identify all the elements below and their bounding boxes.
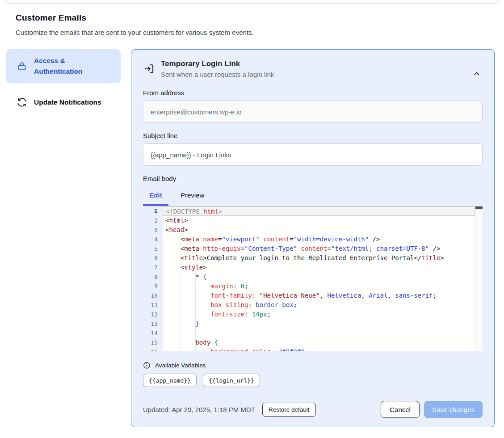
email-body-label: Email body	[143, 175, 483, 182]
line-number: 1	[143, 206, 163, 216]
sidebar-item-access-authentication[interactable]: Access & Authentication	[6, 49, 121, 83]
card-header-text: Temporary Login Link Sent when a user re…	[161, 59, 274, 78]
tab-preview[interactable]: Preview	[168, 191, 215, 206]
variable-chip-app-name[interactable]: {{app_name}}	[143, 374, 197, 387]
info-icon	[143, 362, 151, 369]
line-number: 7	[143, 263, 163, 272]
code-line[interactable]: <!DOCTYPE html>	[163, 206, 475, 216]
code-line[interactable]: * {	[163, 272, 483, 282]
line-number: 5	[143, 244, 163, 253]
template-title: Temporary Login Link	[161, 59, 274, 68]
code-line[interactable]: <meta name="viewport" content="width=dev…	[163, 235, 483, 244]
previous-card-edge	[4, 0, 500, 4]
subject-line-input[interactable]	[143, 143, 483, 166]
code-line[interactable]	[163, 328, 483, 338]
code-line[interactable]: }	[163, 319, 483, 328]
page-title: Customer Emails	[16, 13, 418, 23]
code-line[interactable]: <style>	[163, 263, 483, 272]
line-number: 8	[143, 272, 163, 282]
line-number: 15	[143, 338, 163, 347]
page-header: Customer Emails Customize the emails tha…	[16, 13, 418, 36]
email-template-card: Temporary Login Link Sent when a user re…	[131, 49, 495, 427]
line-number: 9	[143, 282, 163, 291]
code-line[interactable]: <meta http-equiv="Content-Type" content=…	[163, 244, 483, 253]
line-number: 13	[143, 319, 163, 328]
sidebar-item-update-notifications[interactable]: Update Notifications	[6, 91, 121, 114]
code-line[interactable]: margin: 0;	[163, 282, 483, 291]
indent-guide	[195, 272, 196, 351]
code-line[interactable]: <html>	[163, 216, 483, 225]
code-editor[interactable]: 12345678910111213141516 <!DOCTYPE html><…	[143, 206, 483, 351]
save-changes-button[interactable]: Save changes	[424, 401, 483, 418]
card-header: Temporary Login Link Sent when a user re…	[143, 59, 483, 78]
available-variables-row: Available Variables	[143, 362, 483, 369]
code-editor-content[interactable]: <!DOCTYPE html><html><head> <meta name="…	[163, 206, 483, 351]
line-number: 16	[143, 347, 163, 351]
login-icon	[143, 63, 155, 75]
indent-guide	[181, 235, 181, 351]
page-subtitle: Customize the emails that are sent to yo…	[16, 29, 418, 36]
line-number: 11	[143, 300, 163, 310]
cancel-button[interactable]: Cancel	[381, 401, 420, 418]
code-line[interactable]: font-size: 14px;	[163, 310, 483, 319]
chevron-up-icon	[473, 70, 481, 79]
line-number: 2	[143, 216, 163, 225]
line-number: 10	[143, 291, 163, 300]
from-address-input[interactable]	[143, 101, 483, 123]
line-number: 14	[143, 328, 163, 338]
lock-icon	[17, 61, 27, 72]
code-line[interactable]: <head>	[163, 225, 483, 235]
code-line[interactable]: font-family: "Helvetica Neue", Helvetica…	[163, 291, 483, 300]
line-number: 4	[143, 235, 163, 244]
sidebar-item-label: Access & Authentication	[34, 55, 97, 77]
collapse-button[interactable]	[472, 69, 482, 79]
editor-scrollbar[interactable]	[475, 206, 483, 351]
code-line[interactable]: <title>Complete your login to the Replic…	[163, 253, 483, 263]
sidebar: Access & Authentication Update Notificat…	[6, 49, 121, 114]
updated-timestamp: Updated: Apr 29, 2025, 1:18 PM MDT	[143, 406, 255, 413]
line-number: 12	[143, 310, 163, 319]
sidebar-item-label: Update Notifications	[34, 97, 101, 108]
line-number: 3	[143, 225, 163, 235]
editor-scrollbar-thumb[interactable]	[475, 206, 483, 209]
code-line[interactable]: background-color: #f9f9f9;	[163, 347, 483, 351]
available-variables-label: Available Variables	[155, 362, 206, 369]
code-editor-gutter: 12345678910111213141516	[143, 206, 163, 351]
restore-default-button[interactable]: Restore default	[262, 403, 316, 417]
from-address-label: From address	[143, 89, 483, 97]
code-line[interactable]: body {	[163, 338, 483, 347]
code-line[interactable]: box-sizing: border-box;	[163, 300, 483, 310]
refresh-icon	[17, 97, 27, 108]
subject-line-label: Subject line	[143, 132, 483, 139]
variable-chip-login-url[interactable]: {{login_url}}	[203, 374, 260, 387]
template-subtitle: Sent when a user requests a login link	[161, 71, 274, 78]
email-body-tabs: Edit Preview	[143, 191, 483, 206]
variable-chips: {{app_name}} {{login_url}}	[143, 374, 483, 387]
card-footer: Updated: Apr 29, 2025, 1:18 PM MDT Resto…	[143, 401, 483, 418]
line-number: 6	[143, 253, 163, 263]
tab-edit[interactable]: Edit	[143, 191, 168, 206]
